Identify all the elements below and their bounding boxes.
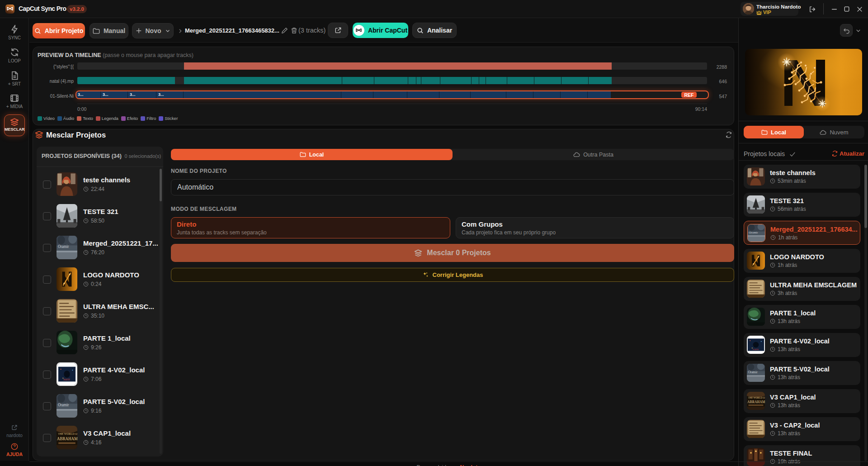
svg-text:Oramir: Oramir <box>58 244 69 249</box>
svg-text:THE WORLD OF: THE WORLD OF <box>748 396 765 399</box>
svg-text:PARTE: PARTE <box>753 348 759 351</box>
svg-text:ABRAHAM: ABRAHAM <box>57 436 77 441</box>
svg-text:Oramir: Oramir <box>749 231 759 234</box>
svg-text:THE WORLD OF: THE WORLD OF <box>58 432 77 435</box>
svg-text:PARTE: PARTE <box>63 378 70 381</box>
svg-text:ABRAHAM: ABRAHAM <box>747 400 765 404</box>
svg-text:Oramir: Oramir <box>748 371 758 374</box>
svg-text:Oramir: Oramir <box>58 403 69 408</box>
